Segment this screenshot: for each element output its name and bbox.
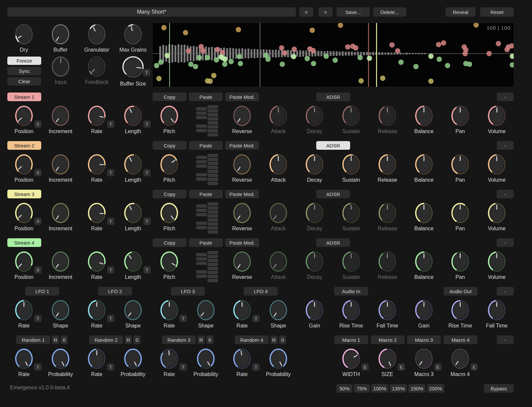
macro-2-button[interactable]: Macro 2: [371, 335, 405, 344]
stream-4-increment-knob[interactable]: Increment: [42, 250, 79, 280]
preset-name-field[interactable]: Many Short*: [7, 7, 296, 17]
stream-1-position-knob[interactable]: Position0: [6, 104, 42, 134]
random-3-randomize-button[interactable]: R: [198, 335, 205, 344]
stream-2-pitch-keyboard-black-key[interactable]: [196, 156, 207, 159]
random-1-value-button[interactable]: 0: [61, 335, 68, 344]
stream-3-pitch-keyboard-black-key[interactable]: [196, 209, 207, 212]
stream-4-pitch-keyboard-black-key[interactable]: [196, 270, 207, 274]
random-3-button[interactable]: Random 3: [162, 335, 196, 344]
stream-4-release-knob[interactable]: Release: [369, 250, 406, 280]
stream-4-pitch-keyboard[interactable]: [196, 251, 219, 283]
stream-3-pitch-knob[interactable]: Pitch: [151, 202, 188, 232]
stream-3-length-knob-badge-t[interactable]: T: [143, 218, 151, 225]
stream-1-pitch-keyboard-white-key[interactable]: [207, 117, 218, 120]
stream-1-pitch-keyboard-black-key[interactable]: [196, 111, 207, 115]
stream-1-pitch-keyboard-white-key[interactable]: [207, 113, 218, 116]
random-3-rate-knob-badge-t[interactable]: T: [180, 363, 187, 371]
stream-4-pitch-keyboard-white-key[interactable]: [207, 263, 218, 266]
stream-2-button[interactable]: Stream 2: [7, 141, 41, 150]
stream-2-pitch-keyboard-white-key[interactable]: [207, 162, 218, 165]
lfo-3-shape-knob[interactable]: Shape: [188, 299, 224, 329]
stream-3-pitch-keyboard-black-key[interactable]: [196, 226, 207, 229]
stream-3-adsr-button[interactable]: ADSR: [316, 190, 350, 198]
lfo-2-rate-knob[interactable]: RateT: [78, 299, 115, 329]
master-input-knob[interactable]: Input: [42, 55, 79, 85]
stream-1-sustain-knob[interactable]: Sustain: [333, 104, 369, 134]
stream-1-collapse-button[interactable]: -: [497, 93, 514, 101]
random-3-rate-knob[interactable]: RateT: [151, 347, 188, 377]
audio-out-button[interactable]: Audio Out: [444, 287, 477, 296]
stream-3-pitch-keyboard-white-key[interactable]: [207, 206, 218, 210]
random-row-collapse-button[interactable]: -: [497, 335, 514, 344]
stream-2-adsr-button[interactable]: ADSR: [316, 141, 350, 150]
stream-1-balance-knob[interactable]: Balance: [406, 104, 442, 134]
random-4-button[interactable]: Random 4: [235, 335, 269, 344]
stream-3-rate-knob-badge-t[interactable]: T: [107, 218, 114, 225]
stream-2-pitch-keyboard-white-key[interactable]: [207, 154, 218, 157]
stream-2-rate-knob[interactable]: RateT: [78, 153, 115, 183]
stream-3-collapse-button[interactable]: -: [497, 190, 514, 198]
random-2-probability-knob[interactable]: Probability: [115, 347, 151, 377]
stream-3-increment-knob[interactable]: Increment: [42, 202, 79, 232]
stream-3-length-knob[interactable]: LengthT: [115, 202, 151, 232]
stream-2-pitch-keyboard-white-key[interactable]: [207, 170, 218, 173]
stream-4-length-knob-badge-t[interactable]: T: [143, 266, 151, 274]
lfo-3-rate-knob[interactable]: RateT: [151, 299, 188, 329]
stream-1-rate-knob[interactable]: RateT: [78, 104, 115, 134]
stream-1-length-knob-badge-t[interactable]: T: [143, 120, 151, 128]
audio-in-button[interactable]: Audio In: [334, 287, 368, 296]
stream-4-length-knob[interactable]: LengthT: [115, 250, 151, 280]
master-dry-knob[interactable]: Dry: [6, 23, 42, 53]
stream-4-pitch-knob[interactable]: Pitch: [151, 250, 188, 280]
master-granulator-knob[interactable]: Granulator: [78, 23, 115, 53]
lfo-2-rate-knob-badge-t[interactable]: T: [107, 315, 114, 322]
stream-1-volume-knob[interactable]: Volume: [478, 104, 515, 134]
random-4-value-button[interactable]: 0: [279, 335, 286, 344]
stream-1-pitch-keyboard-white-key[interactable]: [207, 133, 218, 136]
stream-2-balance-knob[interactable]: Balance: [406, 153, 442, 183]
random-1-button[interactable]: Random 1: [16, 335, 50, 344]
stream-3-pitch-keyboard-white-key[interactable]: [207, 210, 218, 214]
random-4-randomize-button[interactable]: R: [270, 335, 278, 344]
stream-4-pitch-keyboard-white-key[interactable]: [207, 279, 218, 282]
stream-4-rate-knob-badge-t[interactable]: T: [107, 266, 114, 274]
reset-button[interactable]: Reset: [480, 7, 514, 17]
stream-3-pitch-keyboard-black-key[interactable]: [196, 213, 207, 216]
macro-4-button[interactable]: Macro 4: [444, 335, 477, 344]
stream-1-pitch-knob[interactable]: Pitch: [151, 104, 188, 134]
stream-1-button[interactable]: Stream 1: [7, 93, 41, 101]
stream-1-pitch-keyboard[interactable]: [196, 105, 219, 137]
stream-3-button[interactable]: Stream 3: [7, 190, 41, 198]
lfo-1-rate-knob[interactable]: RateT: [6, 299, 42, 329]
stream-1-pitch-keyboard-white-key[interactable]: [207, 125, 218, 128]
stream-3-paste-mod-button[interactable]: Paste Mod.: [225, 190, 259, 198]
master-buffer-knob[interactable]: Buffer: [42, 23, 79, 53]
lfo-1-shape-knob[interactable]: Shape: [42, 299, 79, 329]
random-2-button[interactable]: Random 2: [89, 335, 123, 344]
stream-2-attack-knob[interactable]: Attack: [260, 153, 297, 183]
stream-3-pitch-keyboard-black-key[interactable]: [196, 204, 207, 208]
stream-1-paste-mod-button[interactable]: Paste Mod.: [225, 93, 259, 101]
stream-1-pitch-keyboard-white-key[interactable]: [207, 105, 218, 108]
lfo-2-shape-knob[interactable]: Shape: [115, 299, 151, 329]
stream-1-pitch-keyboard-black-key[interactable]: [196, 116, 207, 119]
audio-out-rise-time-knob[interactable]: Rise Time: [442, 299, 478, 329]
stream-4-paste-button[interactable]: Paste: [189, 238, 223, 247]
master-max-grains-knob[interactable]: Max Grains: [115, 23, 151, 53]
stream-3-pitch-keyboard-white-key[interactable]: [207, 222, 218, 226]
stream-4-rate-knob[interactable]: RateT: [78, 250, 115, 280]
macro-width-knob-badge-e[interactable]: E: [361, 363, 369, 371]
macro-3-knob-badge-e[interactable]: E: [434, 363, 442, 371]
random-4-rate-knob[interactable]: RateT: [224, 347, 260, 377]
zoom-75pct-button[interactable]: 75%: [354, 384, 370, 393]
stream-1-length-knob[interactable]: LengthT: [115, 104, 151, 134]
preset-prev-button[interactable]: <: [299, 7, 313, 17]
stream-1-reverse-knob[interactable]: Reverse: [224, 104, 260, 134]
reveal-button[interactable]: Reveal: [446, 7, 475, 17]
stream-1-release-knob[interactable]: Release: [369, 104, 406, 134]
stream-4-copy-button[interactable]: Copy: [153, 238, 187, 247]
stream-2-pitch-keyboard-black-key[interactable]: [196, 164, 207, 168]
stream-4-button[interactable]: Stream 4: [7, 238, 41, 247]
stream-4-pitch-keyboard-black-key[interactable]: [196, 253, 207, 256]
stream-3-pitch-keyboard-white-key[interactable]: [207, 202, 218, 206]
